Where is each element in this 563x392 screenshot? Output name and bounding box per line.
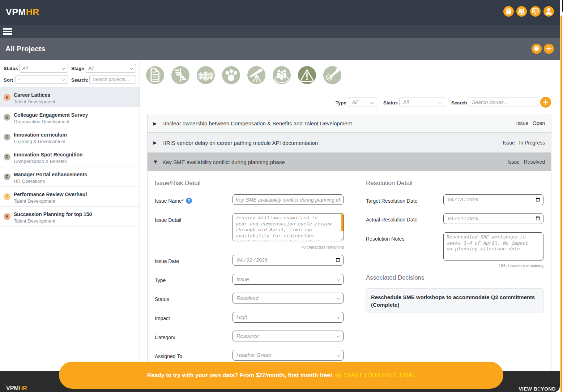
svg-text:$: $ bbox=[209, 71, 213, 80]
svg-text:$: $ bbox=[203, 70, 209, 82]
svg-text:$: $ bbox=[198, 71, 202, 80]
